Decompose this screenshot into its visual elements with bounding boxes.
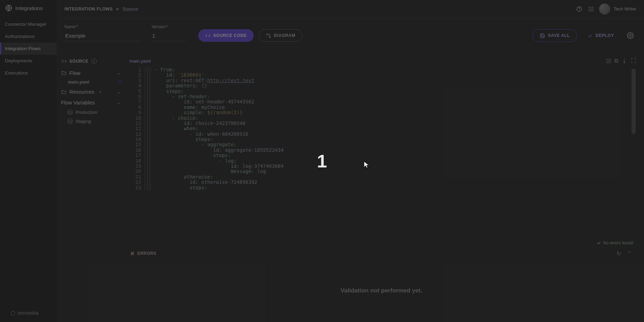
svg-point-5 (592, 7, 593, 8)
save-all-button[interactable]: SAVE ALL (532, 29, 577, 42)
svg-point-6 (589, 8, 590, 9)
chevron-down-icon: ⌄ (115, 70, 122, 76)
code-line[interactable]: 3 uri: rest:GET:http://test.test (127, 78, 636, 83)
save-icon (540, 33, 545, 38)
breadcrumb-root[interactable]: INTEGRATION FLOWS (64, 7, 113, 11)
deploy-button[interactable]: DEPLOY (582, 29, 620, 42)
nav-item-connector-manager[interactable]: Connector Manager (0, 18, 57, 30)
errors-empty-message: Validation not performed yet. (340, 287, 422, 294)
nav-item-integration-flows[interactable]: Integration Flows (0, 42, 57, 55)
brand-logo: Integrations (0, 0, 57, 18)
editor-action-expand-icon[interactable]: ⛶ (631, 58, 636, 64)
source-tree-header: SOURCE i (59, 56, 124, 68)
code-line[interactable]: 8 name: myChoice (127, 105, 636, 110)
code-line[interactable]: 4 parameters: {} (127, 83, 636, 88)
source-code-button-label: SOURCE CODE (213, 33, 247, 38)
nav-item-deployments[interactable]: Deployments (0, 55, 57, 67)
tree-file-main-yaml[interactable]: main.yaml (59, 78, 124, 86)
source-tree: SOURCE i Flow ⌄ main.yaml Resources ＋ ⌄ … (57, 56, 127, 322)
code-line[interactable]: 13 - id: when-664260916 (127, 132, 636, 137)
editor-action-download-icon[interactable]: ⭳ (622, 58, 627, 64)
errors-tab-label[interactable]: ERRORS (137, 251, 156, 256)
help-icon[interactable] (573, 3, 585, 15)
source-tree-header-label: SOURCE (69, 59, 89, 64)
brand-label: Integrations (15, 5, 43, 11)
breadcrumb-sep-icon: ▶ (116, 7, 119, 11)
footer-brand-label: sensedia (17, 310, 38, 316)
tree-group-flow[interactable]: Flow ⌄ (59, 68, 124, 78)
editor-panel: main.yaml ☑ ⧉ ⭳ ⛶ 1- from:2 id: '1830601… (127, 56, 636, 322)
code-line[interactable]: 19 id: log-3747463084 (127, 164, 636, 169)
code-line[interactable]: 17 steps: (127, 153, 636, 158)
avatar[interactable] (599, 3, 610, 15)
source-code-button[interactable]: SOURCE CODE (198, 29, 254, 42)
code-line[interactable]: 14 steps: (127, 137, 636, 142)
code-icon (62, 59, 67, 64)
errors-panel-body: Validation not performed yet. (127, 259, 636, 322)
code-line[interactable]: 11 id: choice-2423706548 (127, 121, 636, 126)
code-line[interactable]: 22 id: otherwise-724856392 (127, 180, 636, 185)
code-line[interactable]: 2 id: '1830601' (127, 72, 636, 78)
svg-point-11 (592, 10, 593, 11)
code-line[interactable]: 16 id: aggregate-1055522434 (127, 148, 636, 153)
apps-grid-icon[interactable] (585, 3, 597, 15)
svg-point-1 (11, 311, 15, 315)
tree-file-label: main.yaml (68, 80, 89, 85)
name-input[interactable] (64, 31, 141, 41)
errors-collapse-icon[interactable]: ⌃ (625, 250, 633, 257)
save-all-button-label: SAVE ALL (548, 33, 570, 38)
svg-point-9 (589, 10, 590, 11)
code-line[interactable]: 1- from: (127, 67, 636, 72)
code-line[interactable]: 21 otherwise: (127, 174, 636, 180)
code-line[interactable]: 15 - aggregate: (127, 142, 636, 147)
code-line[interactable]: 9 simple: ${random(2)} (127, 110, 636, 115)
code-line[interactable]: 5 steps: (127, 89, 636, 94)
active-file-indicator-icon (118, 80, 122, 84)
tree-group-flow-variables[interactable]: Flow Variables ⌄ (59, 97, 124, 108)
editor-file-tab[interactable]: main.yaml (127, 58, 154, 64)
nav-item-authorizations[interactable]: Authorizations (0, 30, 57, 42)
main: INTEGRATION FLOWS ▶ Source Tech Writer N… (57, 0, 644, 322)
errors-tabbar: ✖ ERRORS ↻ ⌃ (127, 248, 636, 259)
diagram-button-label: DIAGRAM (274, 33, 296, 38)
svg-point-14 (630, 35, 631, 37)
version-input[interactable] (152, 31, 186, 41)
editor-action-copy-icon[interactable]: ⧉ (614, 58, 618, 64)
cursor-icon (363, 161, 370, 170)
errors-refresh-icon[interactable]: ↻ (615, 250, 622, 257)
editor-tabbar: main.yaml ☑ ⧉ ⭳ ⛶ (127, 56, 636, 66)
diagram-button[interactable]: DIAGRAM (259, 29, 303, 42)
folder-icon (61, 89, 67, 95)
diagram-icon (266, 33, 271, 38)
code-line[interactable]: 10 - choice: (127, 116, 636, 121)
code-editor[interactable]: 1- from:2 id: '1830601'3 uri: rest:GET:h… (127, 67, 636, 239)
version-label: Version* (152, 24, 186, 29)
code-line[interactable]: 12 when: (127, 126, 636, 131)
svg-point-13 (269, 36, 270, 38)
tree-env-label: Staging (76, 119, 91, 124)
tree-env-production[interactable]: {x} Production (59, 108, 124, 117)
deploy-button-label: DEPLOY (596, 33, 614, 38)
code-line[interactable]: 20 message: log (127, 169, 636, 174)
settings-icon[interactable] (624, 30, 636, 41)
env-icon: {x} (67, 109, 73, 115)
code-line[interactable]: 18 - log: (127, 158, 636, 164)
tree-group-flow-variables-label: Flow Variables (61, 100, 95, 105)
svg-point-8 (592, 8, 593, 9)
code-line[interactable]: 23 steps: (127, 185, 636, 190)
sidebar: Integrations Connector Manager Authoriza… (0, 0, 57, 322)
plus-icon[interactable]: ＋ (97, 88, 104, 95)
formbar: Name* Version* SOURCE CODE DIAGRAM SAVE … (57, 18, 644, 53)
code-line[interactable]: 6 - set-header: (127, 94, 636, 99)
env-icon: {x} (67, 118, 73, 124)
code-line[interactable]: 7 id: set-header-497443562 (127, 99, 636, 104)
tree-group-resources[interactable]: Resources ＋ ⌄ (59, 86, 124, 97)
code-icon (205, 33, 210, 38)
info-icon[interactable]: i (91, 58, 97, 64)
editor-scrollbar[interactable] (631, 69, 636, 134)
editor-action-validate-icon[interactable]: ☑ (606, 58, 611, 64)
tree-env-staging[interactable]: {x} Staging (59, 117, 124, 126)
svg-point-12 (267, 33, 268, 35)
nav-item-executions[interactable]: Executions (0, 67, 57, 79)
chevron-down-icon: ⌄ (115, 99, 122, 105)
